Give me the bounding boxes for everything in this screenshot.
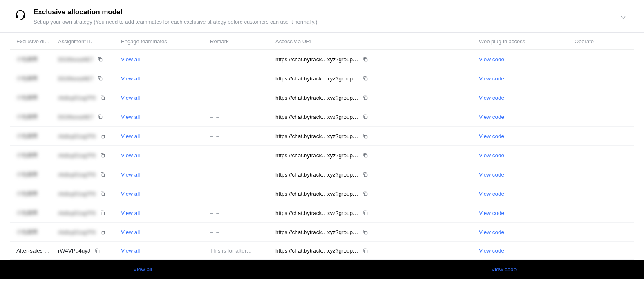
cell-id: r4s6uyD1xg7F9 [55, 146, 118, 165]
view-all-link[interactable]: View all [121, 76, 140, 82]
copy-url-icon[interactable] [362, 152, 368, 158]
svg-rect-13 [364, 174, 367, 176]
view-all-link[interactable]: View all [121, 210, 140, 216]
cell-operate [571, 69, 634, 88]
access-url: https://chat.bytrack…xyz?group… [275, 172, 358, 178]
blurred-name: 小包裹啊 [16, 210, 38, 216]
copy-url-icon[interactable] [362, 210, 368, 216]
bottom-view-code[interactable]: View code [491, 266, 517, 273]
view-all-link[interactable]: View all [121, 172, 140, 178]
cell-remark: This is for after… [207, 242, 272, 260]
view-all-link[interactable]: View all [121, 229, 140, 235]
allocation-table: Exclusive distri… Assignment ID Engage t… [10, 33, 634, 260]
cell-remark: – – [207, 146, 272, 165]
table-row: 小包裹啊r4s6uyD1xg7F9View all– –https://chat… [10, 184, 634, 203]
cell-plugin: View code [476, 146, 571, 165]
section-title: Exclusive allocation model [34, 8, 317, 16]
view-all-link[interactable]: View all [121, 248, 140, 254]
cell-engage: View all [118, 184, 207, 203]
access-url: https://chat.bytrack…xyz?group… [275, 133, 358, 139]
view-code-link[interactable]: View code [479, 56, 504, 63]
copy-id-icon[interactable] [97, 56, 103, 62]
copy-id-icon[interactable] [100, 191, 105, 197]
access-url: https://chat.bytrack…xyz?group… [275, 152, 358, 159]
bottom-view-all[interactable]: View all [133, 266, 152, 273]
cell-operate [571, 165, 634, 184]
view-code-link[interactable]: View code [479, 133, 504, 139]
table-row: 小包裹啊r4s6uyD1xg7F9View all– –https://chat… [10, 146, 634, 165]
cell-remark: – – [207, 184, 272, 203]
svg-rect-5 [364, 97, 367, 99]
view-code-link[interactable]: View code [479, 191, 504, 197]
table-row: 小包裹啊DG3Nxxsd4E7View all– –https://chat.b… [10, 50, 634, 69]
collapse-chevron-icon[interactable] [619, 14, 627, 23]
cell-operate [571, 184, 634, 203]
access-url: https://chat.bytrack…xyz?group… [275, 248, 358, 254]
table-row: After-sales cu…rW4VPu4uyJView allThis is… [10, 242, 634, 260]
copy-url-icon[interactable] [362, 114, 368, 120]
copy-id-icon[interactable] [100, 152, 105, 158]
blurred-id: DG3Nxxsd4E7 [58, 76, 93, 82]
cell-remark: – – [207, 50, 272, 69]
table-row: 小包裹啊DG3Nxxsd4E7View all– –https://chat.b… [10, 69, 634, 88]
view-code-link[interactable]: View code [479, 114, 504, 120]
cell-url: https://chat.bytrack…xyz?group… [272, 69, 476, 88]
svg-rect-8 [102, 135, 104, 138]
svg-rect-21 [364, 250, 367, 253]
view-code-link[interactable]: View code [479, 152, 504, 159]
view-code-link[interactable]: View code [479, 172, 504, 178]
cell-id: r4s6uyD1xg7F9 [55, 223, 118, 242]
copy-id-icon[interactable] [97, 114, 103, 120]
copy-url-icon[interactable] [362, 56, 368, 62]
cell-engage: View all [118, 50, 207, 69]
svg-rect-19 [364, 231, 367, 234]
copy-url-icon[interactable] [362, 229, 368, 235]
view-code-link[interactable]: View code [479, 248, 504, 254]
blurred-id: r4s6uyD1xg7F9 [58, 191, 96, 197]
blurred-name: 小包裹啊 [16, 133, 38, 139]
copy-id-icon[interactable] [97, 76, 103, 81]
view-all-link[interactable]: View all [121, 133, 140, 139]
svg-rect-20 [96, 250, 99, 253]
view-all-link[interactable]: View all [121, 152, 140, 159]
view-all-link[interactable]: View all [121, 114, 140, 120]
copy-id-icon[interactable] [100, 229, 105, 235]
copy-url-icon[interactable] [362, 133, 368, 139]
svg-rect-14 [102, 193, 104, 195]
svg-rect-15 [364, 193, 367, 195]
view-code-link[interactable]: View code [479, 210, 504, 216]
blurred-id: DG3Nxxsd4E7 [58, 56, 93, 63]
col-header-plugin: Web plug-in access [476, 33, 571, 50]
copy-url-icon[interactable] [362, 172, 368, 177]
copy-id-icon[interactable] [100, 133, 105, 139]
cell-operate [571, 107, 634, 127]
cell-engage: View all [118, 242, 207, 260]
view-all-link[interactable]: View all [121, 191, 140, 197]
svg-rect-6 [99, 116, 102, 118]
table-row: 小包裹啊r4s6uyD1xg7F9View all– –https://chat… [10, 203, 634, 223]
view-code-link[interactable]: View code [479, 229, 504, 235]
cell-url: https://chat.bytrack…xyz?group… [272, 107, 476, 127]
copy-url-icon[interactable] [362, 95, 368, 101]
copy-url-icon[interactable] [362, 248, 368, 254]
copy-url-icon[interactable] [362, 76, 368, 81]
cell-plugin: View code [476, 184, 571, 203]
view-code-link[interactable]: View code [479, 76, 504, 82]
blurred-id: r4s6uyD1xg7F9 [58, 95, 96, 101]
cell-url: https://chat.bytrack…xyz?group… [272, 203, 476, 223]
blurred-id: DG3Nxxsd4E7 [58, 114, 93, 120]
cell-operate [571, 146, 634, 165]
copy-id-icon[interactable] [94, 248, 100, 254]
blurred-id: r4s6uyD1xg7F9 [58, 210, 96, 216]
copy-id-icon[interactable] [100, 210, 105, 216]
copy-id-icon[interactable] [100, 95, 105, 101]
copy-url-icon[interactable] [362, 191, 368, 197]
view-all-link[interactable]: View all [121, 95, 140, 101]
view-code-link[interactable]: View code [479, 95, 504, 101]
svg-rect-9 [364, 135, 367, 138]
copy-id-icon[interactable] [100, 172, 105, 177]
cell-plugin: View code [476, 88, 571, 107]
view-all-link[interactable]: View all [121, 56, 140, 63]
cell-engage: View all [118, 223, 207, 242]
cell-id: r4s6uyD1xg7F9 [55, 165, 118, 184]
